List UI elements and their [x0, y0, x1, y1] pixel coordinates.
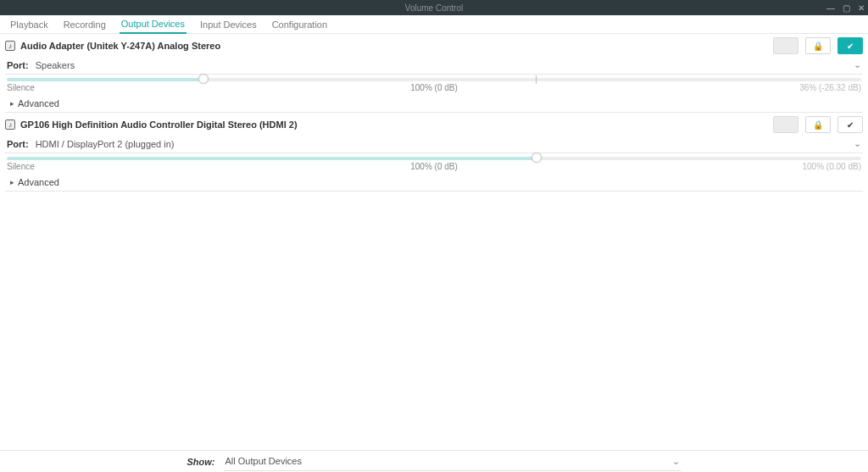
- port-select[interactable]: HDMI / DisplayPort 2 (plugged in): [36, 139, 847, 149]
- chevron-down-icon[interactable]: ⌄: [854, 59, 861, 70]
- chevron-down-icon[interactable]: ⌄: [672, 456, 680, 467]
- device-header: ♪ Audio Adapter (Unitek Y-247A) Analog S…: [5, 36, 863, 56]
- card-icon: ♪: [5, 119, 15, 130]
- window-title: Volume Control: [405, 3, 463, 13]
- tab-playback[interactable]: Playback: [8, 16, 50, 33]
- device-header: ♪ GP106 High Definition Audio Controller…: [5, 114, 863, 135]
- triangle-right-icon: ▸: [10, 178, 14, 186]
- window-controls: — ▢ ✕: [826, 3, 866, 13]
- slider-value-label: 36% (-26.32 dB): [799, 83, 861, 92]
- tab-configuration[interactable]: Configuration: [270, 16, 329, 33]
- tab-recording[interactable]: Recording: [62, 16, 108, 33]
- chevron-down-icon[interactable]: ⌄: [854, 138, 861, 149]
- maximize-icon[interactable]: ▢: [841, 3, 851, 13]
- advanced-label: Advanced: [18, 98, 59, 108]
- device-name: GP106 High Definition Audio Controller D…: [20, 119, 768, 130]
- port-label: Port:: [7, 139, 29, 149]
- advanced-expander[interactable]: ▸ Advanced: [5, 173, 863, 192]
- volume-slider-wrap: Silence 100% (0 dB) 36% (-26.32 dB): [5, 75, 863, 94]
- triangle-right-icon: ▸: [10, 99, 14, 108]
- set-default-button[interactable]: ✔: [837, 37, 863, 54]
- show-filter-bar: Show: All Output Devices ⌄: [0, 450, 868, 472]
- slider-labels: Silence 100% (0 dB) 100% (0.00 dB): [7, 160, 861, 171]
- show-filter-value: All Output Devices: [225, 456, 302, 466]
- slider-center-label: 100% (0 dB): [410, 162, 458, 171]
- device-card: ♪ GP106 High Definition Audio Controller…: [0, 113, 868, 192]
- lock-channels-button[interactable]: 🔒: [805, 116, 831, 133]
- show-label: Show:: [187, 457, 215, 467]
- port-label: Port:: [7, 60, 29, 70]
- port-row: Port: Speakers ⌄: [5, 56, 863, 75]
- port-row: Port: HDMI / DisplayPort 2 (plugged in) …: [5, 135, 863, 153]
- tab-input-devices[interactable]: Input Devices: [198, 16, 259, 33]
- port-select[interactable]: Speakers: [36, 60, 847, 70]
- slider-min-label: Silence: [7, 83, 35, 92]
- lock-channels-button[interactable]: 🔒: [805, 37, 831, 54]
- advanced-expander[interactable]: ▸ Advanced: [5, 94, 863, 113]
- device-card: ♪ Audio Adapter (Unitek Y-247A) Analog S…: [0, 34, 868, 113]
- tab-bar: Playback Recording Output Devices Input …: [0, 15, 868, 34]
- card-icon: ♪: [5, 41, 15, 51]
- volume-slider-wrap: Silence 100% (0 dB) 100% (0.00 dB): [5, 153, 863, 173]
- close-icon[interactable]: ✕: [856, 3, 866, 13]
- minimize-icon[interactable]: —: [826, 3, 836, 13]
- slider-labels: Silence 100% (0 dB) 36% (-26.32 dB): [7, 81, 861, 92]
- advanced-label: Advanced: [18, 177, 59, 187]
- device-list: ♪ Audio Adapter (Unitek Y-247A) Analog S…: [0, 34, 868, 450]
- slider-center-label: 100% (0 dB): [410, 83, 458, 92]
- tab-output-devices[interactable]: Output Devices: [120, 15, 186, 34]
- set-default-button[interactable]: ✔: [837, 116, 863, 133]
- slider-value-label: 100% (0.00 dB): [803, 162, 862, 171]
- mute-button[interactable]: [773, 116, 798, 133]
- device-name: Audio Adapter (Unitek Y-247A) Analog Ste…: [20, 41, 768, 51]
- mute-button[interactable]: [773, 37, 798, 54]
- slider-min-label: Silence: [7, 162, 35, 171]
- show-filter-select[interactable]: All Output Devices ⌄: [224, 453, 682, 471]
- titlebar: Volume Control — ▢ ✕: [0, 0, 868, 15]
